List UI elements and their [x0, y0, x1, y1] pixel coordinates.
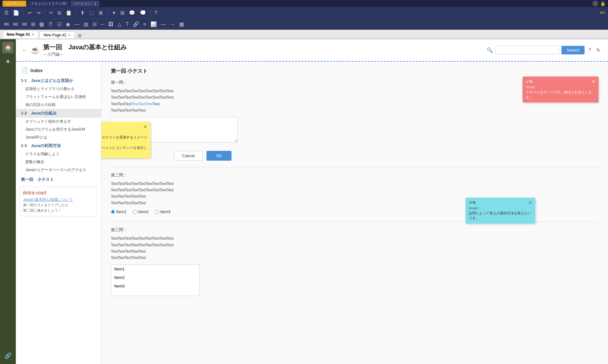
sidebar-item-1-1-3[interactable]: 他の言語との比較	[16, 101, 101, 109]
radio-item3[interactable]: Item3	[155, 209, 171, 214]
coffee-icon: ☕	[30, 46, 40, 55]
sidebar-item-1-2-2[interactable]: Javaプログラムを実行するJavaVM	[16, 126, 101, 133]
page-header: ← ☕ 第一回 Javaの基本と仕組み ～入門編～ 🔍 Search ? ↻	[16, 39, 608, 62]
line-btn[interactable]: —	[159, 21, 168, 28]
arrow-btn[interactable]: →	[168, 21, 177, 28]
cancel-button[interactable]: Cancel	[174, 151, 203, 161]
select-btn[interactable]: ⬚	[87, 9, 95, 16]
select-item-1[interactable]: Item1	[111, 265, 199, 273]
h2-btn[interactable]: H2	[11, 22, 19, 27]
tab-page1-close[interactable]: ✕	[32, 33, 34, 36]
brand-name: intra-mart	[24, 190, 46, 195]
memo-red-close[interactable]: ✕	[592, 79, 595, 84]
select-list[interactable]: Item1 Item2 Item3	[111, 264, 200, 296]
cut-btn[interactable]: ✂	[48, 9, 55, 16]
cursor-btn[interactable]: ⬆	[79, 9, 86, 16]
bubble-btn[interactable]: 💬	[127, 9, 137, 16]
radio-input-1[interactable]	[111, 210, 115, 214]
sidebar-section-1-1[interactable]: 1-1 Javaとはどんな言語か	[16, 76, 101, 85]
sidebar-item-1-2-1[interactable]: オブジェクト指向の考え方	[16, 118, 101, 126]
icon-network[interactable]: 🔗	[2, 350, 14, 361]
icon-home[interactable]: 🏠	[2, 42, 14, 53]
memo-red-header: メモ ✕	[526, 79, 595, 84]
grid-btn[interactable]: ⊞	[119, 9, 126, 16]
ok-button[interactable]: OK	[206, 151, 231, 161]
memo-red-tenant: tenant:	[526, 85, 595, 89]
undo-btn[interactable]: ↩	[26, 9, 34, 16]
sep3	[76, 9, 76, 16]
select-item-2[interactable]: Item2	[111, 273, 199, 282]
link-btn[interactable]: 🔗	[131, 21, 141, 28]
select-item-3[interactable]: Item3	[111, 282, 199, 290]
sidebar-quiz-label[interactable]: 第一回 小テスト	[16, 175, 101, 184]
memo-cyan-header: メモ ✕	[469, 200, 532, 205]
sep5	[150, 9, 150, 16]
tab-page1[interactable]: New Page #1 ✕	[3, 31, 38, 39]
card-desc2: 第二回に進みましょう！	[23, 208, 94, 213]
bubble2-btn[interactable]: 💭	[138, 9, 148, 16]
hamburger-btn[interactable]: ☰	[3, 9, 10, 16]
radio-btn[interactable]: ◉	[64, 21, 72, 28]
radio-input-2[interactable]	[133, 210, 137, 214]
screen-btn[interactable]: 🖥	[97, 9, 105, 16]
sidebar-section-1-3[interactable]: 1-3 Javaの利用方法	[16, 141, 101, 150]
pen-icon[interactable]: ✏	[600, 9, 605, 17]
radio-input-3[interactable]	[155, 210, 159, 214]
tab-page2[interactable]: New Page #2 ✕	[39, 31, 75, 39]
sidebar-item-1-3-1[interactable]: クラスを理解しよう	[16, 150, 101, 158]
format1-btn[interactable]: ⊞	[29, 21, 37, 28]
sidebar-item-1-2-3[interactable]: JavaAPIとは	[16, 133, 101, 141]
check-btn[interactable]: ☑	[56, 21, 63, 28]
sidebar-item-1-1-1[interactable]: 拡張性とライブラリの豊かさ	[16, 85, 101, 93]
memo-popup-red: メモ ✕ tenant: テキストはダミーです。後ほどお送りします。	[522, 77, 598, 102]
help-btn[interactable]: ?	[153, 9, 159, 16]
memo-yellow-header: メモ ✕	[101, 124, 147, 129]
memo-yellow-close[interactable]: ✕	[143, 124, 147, 129]
tab-add-btn[interactable]: ⊕	[76, 33, 84, 39]
list-btn[interactable]: ≡	[142, 21, 148, 28]
dash-btn[interactable]: —	[73, 21, 81, 28]
search-button[interactable]: Search	[561, 46, 585, 54]
tab-document[interactable]: ドキュメントテスト03	[28, 1, 69, 7]
minus-btn[interactable]: ─	[99, 21, 106, 28]
radio-label-2: Item2	[138, 209, 149, 214]
shape-btn[interactable]: △	[116, 21, 123, 28]
sidebar-item-1-1-2[interactable]: プラットフォームを選ばない互換性	[16, 93, 101, 101]
tab-page2-label: New Page #2	[43, 33, 66, 37]
search-input[interactable]	[496, 46, 559, 54]
grid2-btn[interactable]: ▦	[178, 21, 186, 28]
sidebar-item-1-3-3[interactable]: Javaからデータベースへのアクセス	[16, 166, 101, 174]
memo-cyan-tenant: tenant:	[469, 207, 532, 210]
doc-btn[interactable]: 📄	[11, 9, 21, 16]
text-btn[interactable]: T	[124, 21, 130, 28]
radio-item1[interactable]: Item1	[111, 209, 127, 214]
copy-btn[interactable]: ⧉	[56, 9, 63, 16]
sidebar-section-1-2[interactable]: 1-2 Javaの仕組み	[16, 109, 101, 118]
main-layout: 🏠 ★ 🔗 ← ☕ 第一回 Javaの基本と仕組み ～入門編～ 🔍 Search…	[0, 39, 608, 364]
card-link[interactable]: Javaの基本的な知識について	[23, 197, 94, 202]
icon-star[interactable]: ★	[2, 56, 14, 67]
h3-btn[interactable]: H3	[21, 22, 28, 27]
top-bar-right: 🔒	[592, 1, 605, 6]
memo-cyan-close[interactable]: ✕	[528, 200, 532, 205]
user-icon[interactable]	[592, 1, 598, 6]
back-button[interactable]: ←	[22, 47, 27, 53]
tab-contents[interactable]: コンテンツ	[3, 1, 26, 7]
chart-btn[interactable]: 📊	[149, 21, 158, 28]
star-btn[interactable]: ✦	[110, 9, 117, 16]
sidebar-item-1-3-2[interactable]: 変数の概念	[16, 158, 101, 166]
radio-label-3: Item3	[160, 209, 171, 214]
refresh-btn[interactable]: ↻	[595, 46, 602, 54]
insert-btn[interactable]: ⊟	[91, 21, 98, 28]
timer-btn[interactable]: ⏱	[47, 21, 55, 28]
paste-btn[interactable]: 📋	[64, 9, 73, 16]
format2-btn[interactable]: ▦	[38, 21, 46, 28]
table-btn[interactable]: ▤	[82, 21, 90, 28]
radio-item2[interactable]: Item2	[133, 209, 149, 214]
image-btn[interactable]: 🖼	[107, 21, 115, 28]
tab-page2-close[interactable]: ✕	[68, 34, 71, 37]
redo-btn[interactable]: ↪	[35, 9, 42, 16]
h1-btn[interactable]: H1	[3, 22, 10, 27]
sep4	[107, 9, 108, 16]
help-header-btn[interactable]: ?	[587, 46, 592, 54]
